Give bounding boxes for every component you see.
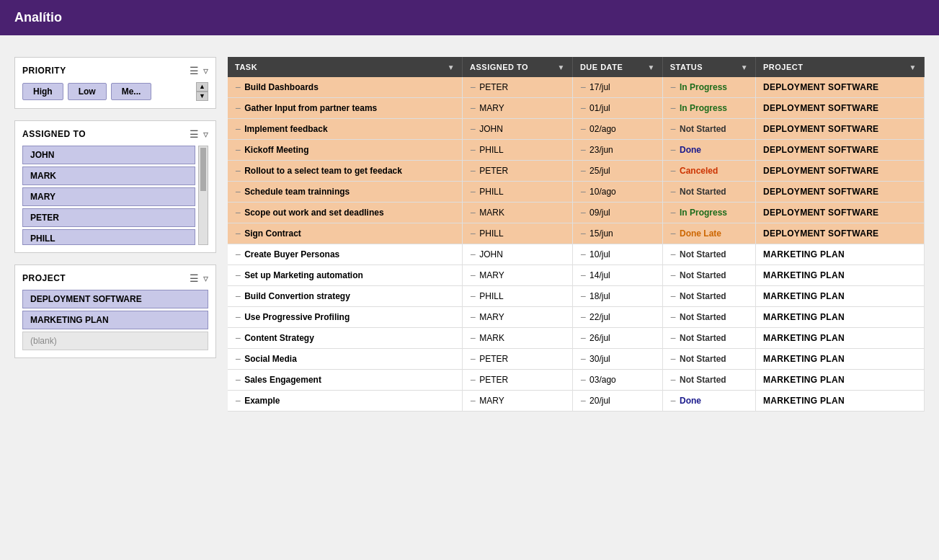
assigned-cell: − JOHN [463, 119, 573, 140]
task-name: Build Dashboards [244, 82, 319, 92]
table-row[interactable]: − Implement feedback − JOHN − 02/ago − [228, 119, 925, 140]
row-collapse-icon[interactable]: − [235, 270, 241, 281]
status-icon: − [670, 374, 676, 386]
filter-icon-assigned[interactable]: ▿ [203, 128, 208, 140]
row-collapse-icon[interactable]: − [235, 123, 241, 135]
priority-filter-title: PRIORITY [22, 66, 66, 76]
assigned-item-mark[interactable]: MARK [22, 166, 195, 185]
scroll-up-btn[interactable]: ▲ [196, 82, 208, 92]
assigned-value: JOHN [479, 249, 503, 259]
status-icon: − [670, 165, 676, 177]
status-cell: − In Progress [662, 98, 755, 119]
project-value: DEPLOYMENT SOFTWARE [763, 187, 878, 197]
table-row[interactable]: − Sales Engagement − PETER − 03/ago − [228, 370, 925, 391]
table-row[interactable]: − Rollout to a select team to get feedac… [228, 161, 925, 182]
row-collapse-icon[interactable]: − [235, 374, 241, 386]
assigned-icon: − [470, 311, 476, 323]
table-row[interactable]: − Set up Marketing automation − MARY − 1… [228, 265, 925, 286]
row-collapse-icon[interactable]: − [235, 186, 241, 197]
table-row[interactable]: − Use Progressive Profiling − MARY − 22/… [228, 307, 925, 328]
due-value: 01/jul [589, 103, 610, 113]
due-value: 25/jul [589, 166, 610, 176]
table-row[interactable]: − Scope out work and set deadlines − MAR… [228, 203, 925, 223]
assigned-filter-icons: ☰ ▿ [190, 128, 208, 140]
due-value: 10/ago [589, 187, 616, 197]
status-value: In Progress [680, 103, 727, 113]
row-collapse-icon[interactable]: − [235, 290, 241, 302]
app-title: Analítio [14, 10, 62, 25]
row-collapse-icon[interactable]: − [235, 207, 241, 218]
assigned-item-peter[interactable]: PETER [22, 208, 195, 227]
table-row[interactable]: − Gather Input from partner teams − MARY… [228, 98, 925, 119]
assigned-item-mary[interactable]: MARY [22, 187, 195, 206]
sort-icon-project[interactable]: ☰ [190, 272, 199, 284]
task-col-filter[interactable]: ▼ [448, 63, 455, 71]
row-collapse-icon[interactable]: − [235, 228, 241, 239]
assigned-cell: − MARY [463, 98, 573, 119]
project-filter-title: PROJECT [22, 273, 66, 283]
table-row[interactable]: − Content Strategy − MARK − 26/jul − [228, 328, 925, 349]
project-col-filter[interactable]: ▼ [909, 63, 917, 71]
assigned-col-filter[interactable]: ▼ [557, 63, 564, 71]
project-item-marketing[interactable]: MARKETING PLAN [22, 311, 208, 329]
scroll-down-btn[interactable]: ▼ [196, 92, 208, 101]
assigned-item-john[interactable]: JOHN [22, 146, 195, 164]
row-collapse-icon[interactable]: − [235, 332, 241, 344]
due-value: 17/jul [589, 82, 610, 92]
project-cell: MARKETING PLAN [756, 370, 925, 391]
sort-icon[interactable]: ☰ [190, 65, 199, 76]
row-collapse-icon[interactable]: − [235, 395, 241, 406]
table-row[interactable]: − Build Convertion strategy − PHILL − 18… [228, 286, 925, 307]
status-value: Not Started [680, 249, 726, 259]
assigned-value: PHILL [479, 228, 503, 239]
table-row[interactable]: − Kickoff Meeting − PHILL − 23/jun − [228, 140, 925, 161]
assigned-cell: − MARY [463, 307, 573, 328]
status-cell: − Not Started [662, 286, 755, 307]
table-row[interactable]: − Build Dashboards − PETER − 17/jul − [228, 77, 925, 98]
row-collapse-icon[interactable]: − [235, 102, 241, 114]
status-value: Not Started [680, 124, 726, 134]
assigned-icon: − [470, 374, 476, 386]
status-value: Not Started [680, 375, 726, 385]
table-row[interactable]: − Social Media − PETER − 30/jul − [228, 349, 925, 370]
task-name: Build Convertion strategy [244, 291, 350, 301]
due-icon: − [580, 123, 586, 135]
priority-me-btn[interactable]: Me... [111, 83, 152, 100]
due-cell: − 09/jul [572, 203, 662, 223]
row-collapse-icon[interactable]: − [235, 249, 241, 260]
status-cell: − Done Late [662, 223, 755, 244]
project-item-blank[interactable]: (blank) [22, 332, 208, 350]
project-value: MARKETING PLAN [763, 333, 845, 343]
project-item-deployment[interactable]: DEPLOYMENT SOFTWARE [22, 290, 208, 308]
row-collapse-icon[interactable]: − [235, 353, 241, 365]
table-row[interactable]: − Example − MARY − 20/jul − Done [228, 391, 925, 412]
filter-icon-project[interactable]: ▿ [203, 272, 208, 284]
table-row[interactable]: − Sign Contract − PHILL − 15/jun − [228, 223, 925, 244]
assigned-icon: − [470, 123, 476, 135]
due-col-filter[interactable]: ▼ [647, 63, 654, 71]
row-collapse-icon[interactable]: − [235, 165, 241, 177]
assigned-item-phill[interactable]: PHILL [22, 229, 195, 245]
table-row[interactable]: − Create Buyer Personas − JOHN − 10/jul … [228, 244, 925, 265]
due-value: 26/jul [589, 333, 610, 343]
due-value: 22/jul [589, 312, 610, 322]
assigned-value: MARK [479, 333, 504, 343]
row-collapse-icon[interactable]: − [235, 144, 241, 156]
sort-icon-assigned[interactable]: ☰ [190, 128, 199, 140]
due-icon: − [580, 290, 586, 302]
row-collapse-icon[interactable]: − [235, 311, 241, 323]
status-col-filter[interactable]: ▼ [741, 63, 748, 71]
assigned-scrollbar[interactable] [198, 146, 208, 245]
project-value: DEPLOYMENT SOFTWARE [763, 82, 878, 92]
project-cell: DEPLOYMENT SOFTWARE [756, 77, 925, 98]
due-icon: − [580, 332, 586, 344]
priority-low-btn[interactable]: Low [68, 83, 107, 100]
table-row[interactable]: − Schedule team trainnings − PHILL − 10/… [228, 182, 925, 203]
filter-icon[interactable]: ▿ [203, 65, 208, 76]
row-collapse-icon[interactable]: − [235, 81, 241, 93]
assigned-value: MARY [479, 103, 504, 113]
project-value: MARKETING PLAN [763, 396, 845, 406]
status-cell: − Not Started [662, 244, 755, 265]
status-cell: − Not Started [662, 182, 755, 203]
priority-high-btn[interactable]: High [22, 83, 63, 100]
